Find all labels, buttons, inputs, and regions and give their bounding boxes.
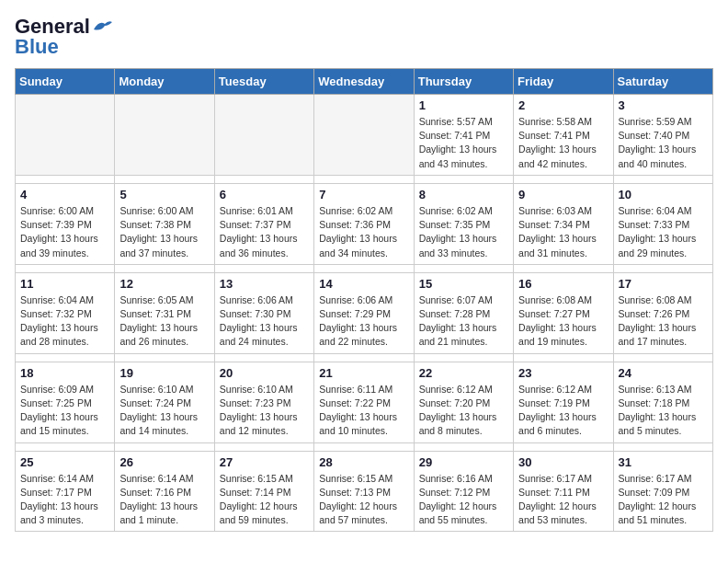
day-detail: Sunrise: 6:12 AMSunset: 7:19 PMDaylight:… bbox=[518, 383, 608, 439]
day-detail: Sunrise: 6:00 AMSunset: 7:38 PMDaylight:… bbox=[119, 204, 209, 260]
day-detail: Sunrise: 6:01 AMSunset: 7:37 PMDaylight:… bbox=[220, 204, 309, 260]
logo-bird-icon bbox=[92, 18, 112, 33]
weekday-header-monday: Monday bbox=[115, 69, 214, 95]
weekday-header-tuesday: Tuesday bbox=[214, 69, 313, 95]
day-detail: Sunrise: 6:14 AMSunset: 7:17 PMDaylight:… bbox=[20, 472, 109, 528]
day-number: 8 bbox=[419, 188, 508, 201]
day-number: 24 bbox=[619, 366, 708, 380]
day-detail: Sunrise: 6:10 AMSunset: 7:24 PMDaylight:… bbox=[119, 383, 209, 439]
logo: General Blue bbox=[15, 15, 112, 59]
calendar-day bbox=[16, 95, 115, 176]
calendar-day: 13Sunrise: 6:06 AMSunset: 7:30 PMDayligh… bbox=[214, 272, 313, 353]
weekday-header-thursday: Thursday bbox=[414, 69, 513, 95]
day-detail: Sunrise: 6:13 AMSunset: 7:18 PMDaylight:… bbox=[619, 383, 708, 439]
day-detail: Sunrise: 5:57 AMSunset: 7:41 PMDaylight:… bbox=[419, 115, 508, 171]
day-detail: Sunrise: 6:11 AMSunset: 7:22 PMDaylight:… bbox=[319, 383, 408, 439]
logo-blue-text: Blue bbox=[15, 35, 59, 59]
day-detail: Sunrise: 6:16 AMSunset: 7:12 PMDaylight:… bbox=[419, 472, 508, 528]
day-detail: Sunrise: 6:06 AMSunset: 7:30 PMDaylight:… bbox=[220, 293, 309, 350]
calendar-header-row: SundayMondayTuesdayWednesdayThursdayFrid… bbox=[16, 69, 713, 95]
day-number: 22 bbox=[419, 366, 508, 380]
calendar-day: 5Sunrise: 6:00 AMSunset: 7:38 PMDaylight… bbox=[115, 183, 214, 264]
calendar-day: 3Sunrise: 5:59 AMSunset: 7:40 PMDaylight… bbox=[613, 95, 712, 176]
day-number: 18 bbox=[20, 366, 109, 380]
calendar-day: 16Sunrise: 6:08 AMSunset: 7:27 PMDayligh… bbox=[514, 272, 613, 353]
calendar-day: 11Sunrise: 6:04 AMSunset: 7:32 PMDayligh… bbox=[16, 272, 115, 353]
day-detail: Sunrise: 6:10 AMSunset: 7:23 PMDaylight:… bbox=[220, 383, 309, 439]
weekday-header-friday: Friday bbox=[514, 69, 613, 95]
calendar-day: 29Sunrise: 6:16 AMSunset: 7:12 PMDayligh… bbox=[414, 451, 513, 532]
weekday-header-wednesday: Wednesday bbox=[314, 69, 414, 95]
page-header: General Blue bbox=[15, 15, 713, 59]
calendar-day: 8Sunrise: 6:02 AMSunset: 7:35 PMDaylight… bbox=[414, 183, 513, 264]
calendar-day: 10Sunrise: 6:04 AMSunset: 7:33 PMDayligh… bbox=[613, 183, 712, 264]
day-number: 21 bbox=[319, 366, 408, 380]
day-number: 25 bbox=[20, 455, 109, 469]
day-number: 7 bbox=[319, 188, 408, 201]
day-number: 29 bbox=[419, 455, 508, 469]
weekday-header-sunday: Sunday bbox=[16, 69, 115, 95]
calendar-day: 23Sunrise: 6:12 AMSunset: 7:19 PMDayligh… bbox=[514, 362, 613, 442]
week-separator bbox=[16, 175, 713, 183]
calendar-day: 6Sunrise: 6:01 AMSunset: 7:37 PMDaylight… bbox=[214, 183, 313, 264]
calendar-day: 12Sunrise: 6:05 AMSunset: 7:31 PMDayligh… bbox=[115, 272, 214, 353]
day-number: 30 bbox=[518, 455, 608, 469]
calendar-day: 17Sunrise: 6:08 AMSunset: 7:26 PMDayligh… bbox=[613, 272, 712, 353]
day-detail: Sunrise: 6:09 AMSunset: 7:25 PMDaylight:… bbox=[20, 383, 109, 439]
day-number: 13 bbox=[220, 277, 309, 291]
day-detail: Sunrise: 6:17 AMSunset: 7:11 PMDaylight:… bbox=[518, 472, 608, 528]
day-number: 19 bbox=[119, 366, 209, 380]
day-detail: Sunrise: 6:12 AMSunset: 7:20 PMDaylight:… bbox=[419, 383, 508, 439]
day-number: 6 bbox=[220, 188, 309, 201]
calendar-day: 26Sunrise: 6:14 AMSunset: 7:16 PMDayligh… bbox=[115, 451, 214, 532]
calendar-day: 19Sunrise: 6:10 AMSunset: 7:24 PMDayligh… bbox=[115, 362, 214, 442]
day-detail: Sunrise: 6:02 AMSunset: 7:35 PMDaylight:… bbox=[419, 204, 508, 260]
day-number: 31 bbox=[619, 455, 708, 469]
day-number: 17 bbox=[619, 277, 708, 291]
day-number: 9 bbox=[518, 188, 608, 201]
day-number: 14 bbox=[319, 277, 408, 291]
week-separator bbox=[16, 353, 713, 362]
day-detail: Sunrise: 6:08 AMSunset: 7:27 PMDaylight:… bbox=[518, 293, 608, 350]
calendar-table: SundayMondayTuesdayWednesdayThursdayFrid… bbox=[15, 68, 713, 532]
day-detail: Sunrise: 6:05 AMSunset: 7:31 PMDaylight:… bbox=[119, 293, 209, 350]
calendar-day: 7Sunrise: 6:02 AMSunset: 7:36 PMDaylight… bbox=[314, 183, 414, 264]
calendar-day: 31Sunrise: 6:17 AMSunset: 7:09 PMDayligh… bbox=[613, 451, 712, 532]
day-number: 27 bbox=[220, 455, 309, 469]
calendar-day: 14Sunrise: 6:06 AMSunset: 7:29 PMDayligh… bbox=[314, 272, 414, 353]
day-number: 3 bbox=[619, 98, 708, 112]
calendar-day: 22Sunrise: 6:12 AMSunset: 7:20 PMDayligh… bbox=[414, 362, 513, 442]
calendar-week-row: 4Sunrise: 6:00 AMSunset: 7:39 PMDaylight… bbox=[16, 183, 713, 264]
day-number: 10 bbox=[619, 188, 708, 201]
day-number: 23 bbox=[518, 366, 608, 380]
calendar-day: 20Sunrise: 6:10 AMSunset: 7:23 PMDayligh… bbox=[214, 362, 313, 442]
day-number: 4 bbox=[20, 188, 109, 201]
day-number: 15 bbox=[419, 277, 508, 291]
day-detail: Sunrise: 6:14 AMSunset: 7:16 PMDaylight:… bbox=[119, 472, 209, 528]
calendar-day bbox=[115, 95, 214, 176]
calendar-day: 25Sunrise: 6:14 AMSunset: 7:17 PMDayligh… bbox=[16, 451, 115, 532]
calendar-day: 28Sunrise: 6:15 AMSunset: 7:13 PMDayligh… bbox=[314, 451, 414, 532]
day-detail: Sunrise: 5:59 AMSunset: 7:40 PMDaylight:… bbox=[619, 115, 708, 171]
day-number: 1 bbox=[419, 98, 508, 112]
week-separator bbox=[16, 442, 713, 451]
calendar-day: 27Sunrise: 6:15 AMSunset: 7:14 PMDayligh… bbox=[214, 451, 313, 532]
calendar-day: 18Sunrise: 6:09 AMSunset: 7:25 PMDayligh… bbox=[16, 362, 115, 442]
calendar-week-row: 25Sunrise: 6:14 AMSunset: 7:17 PMDayligh… bbox=[16, 451, 713, 532]
day-number: 26 bbox=[119, 455, 209, 469]
calendar-day: 9Sunrise: 6:03 AMSunset: 7:34 PMDaylight… bbox=[514, 183, 613, 264]
calendar-week-row: 18Sunrise: 6:09 AMSunset: 7:25 PMDayligh… bbox=[16, 362, 713, 442]
calendar-week-row: 11Sunrise: 6:04 AMSunset: 7:32 PMDayligh… bbox=[16, 272, 713, 353]
calendar-day: 15Sunrise: 6:07 AMSunset: 7:28 PMDayligh… bbox=[414, 272, 513, 353]
calendar-day bbox=[314, 95, 414, 176]
day-detail: Sunrise: 6:17 AMSunset: 7:09 PMDaylight:… bbox=[619, 472, 708, 528]
day-number: 20 bbox=[220, 366, 309, 380]
day-detail: Sunrise: 6:04 AMSunset: 7:33 PMDaylight:… bbox=[619, 204, 708, 260]
day-detail: Sunrise: 6:00 AMSunset: 7:39 PMDaylight:… bbox=[20, 204, 109, 260]
calendar-day: 2Sunrise: 5:58 AMSunset: 7:41 PMDaylight… bbox=[514, 95, 613, 176]
week-separator bbox=[16, 264, 713, 272]
weekday-header-saturday: Saturday bbox=[613, 69, 712, 95]
day-number: 16 bbox=[518, 277, 608, 291]
day-detail: Sunrise: 6:02 AMSunset: 7:36 PMDaylight:… bbox=[319, 204, 408, 260]
day-number: 5 bbox=[119, 188, 209, 201]
